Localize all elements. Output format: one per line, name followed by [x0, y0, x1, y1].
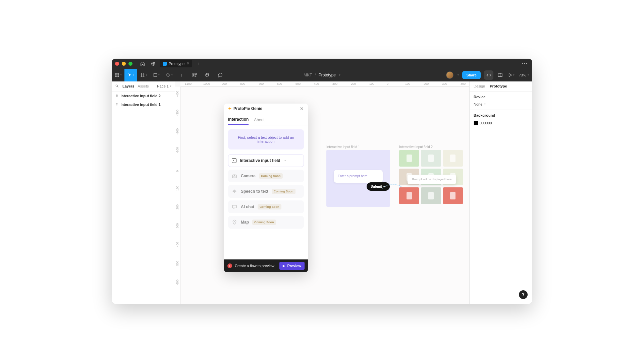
breadcrumb[interactable]: MKT / Prototype ▾ — [304, 73, 340, 77]
comment-tool-button[interactable] — [214, 69, 226, 81]
avatar-chevron-icon[interactable]: ▾ — [458, 74, 459, 76]
option-title: Camera — [241, 174, 256, 178]
svg-rect-6 — [193, 73, 194, 74]
close-window-button[interactable] — [115, 62, 119, 66]
submit-label: Submit — [371, 185, 382, 188]
background-color-control[interactable]: 000000 — [474, 121, 528, 125]
svg-point-12 — [234, 175, 235, 177]
svg-rect-4 — [117, 75, 119, 77]
preview-button[interactable]: ▶ Preview — [279, 262, 305, 270]
tab-design[interactable]: Design — [474, 84, 485, 88]
present-button[interactable]: ▾ — [507, 71, 516, 79]
chat-icon — [231, 204, 237, 210]
svg-point-9 — [116, 85, 118, 87]
zoom-value: 73% — [519, 73, 526, 77]
coming-soon-badge: Coming Soon — [258, 204, 281, 209]
svg-rect-7 — [195, 73, 196, 74]
user-avatar[interactable] — [446, 71, 453, 79]
preview-label: Preview — [287, 264, 301, 268]
option-map[interactable]: Map Coming Soon — [228, 216, 304, 229]
tab-about[interactable]: About — [254, 118, 264, 125]
svg-point-14 — [234, 221, 235, 222]
maximize-window-button[interactable] — [128, 62, 132, 66]
svg-rect-1 — [115, 73, 117, 74]
prompt-input[interactable]: Enter a prompt here — [334, 170, 383, 183]
frame-tool-button[interactable]: ▾ — [137, 69, 150, 81]
zoom-control[interactable]: 73%▾ — [519, 73, 529, 77]
toolbar: ▾ ▾ ▾ ▾ ▾ — [112, 69, 532, 81]
breadcrumb-separator: / — [315, 73, 316, 77]
share-button[interactable]: Share — [462, 71, 481, 79]
sparkle-icon: ✦ — [228, 106, 231, 111]
option-speech-to-text[interactable]: Speech to text Coming Soon — [228, 185, 304, 198]
speech-icon — [231, 188, 237, 194]
frame-interactive-input-2[interactable]: Prompt will be displayed here — [399, 150, 463, 207]
layers-tab[interactable]: Layers — [122, 84, 134, 88]
move-tool-button[interactable]: ▾ — [124, 69, 137, 81]
tab-prototype[interactable]: Prototype — [490, 84, 507, 88]
output-placeholder: Prompt will be displayed here — [412, 178, 452, 181]
minimize-window-button[interactable] — [122, 62, 126, 66]
device-select[interactable]: None ▾ — [474, 102, 528, 106]
flow-arrow — [382, 182, 402, 192]
option-interactive-input[interactable]: Interactive input field ▾ — [228, 154, 304, 167]
globe-icon[interactable] — [149, 60, 157, 68]
canvas-area[interactable]: -1100-1000-900-800-700-600-500-400-300-2… — [175, 81, 469, 304]
breadcrumb-file: Prototype — [319, 73, 336, 77]
svg-rect-13 — [232, 205, 236, 208]
layer-item[interactable]: # Interactive input field 1 — [112, 100, 175, 109]
resources-button[interactable] — [188, 69, 201, 81]
layer-item[interactable]: # Interactive input field 2 — [112, 92, 175, 100]
map-pin-icon — [231, 219, 237, 225]
coming-soon-badge: Coming Soon — [272, 189, 296, 194]
coming-soon-badge: Coming Soon — [252, 220, 276, 225]
frame-label-1[interactable]: Interactive input field 1 — [326, 145, 360, 149]
home-icon[interactable] — [139, 60, 147, 68]
close-tab-icon[interactable]: ✕ — [186, 61, 190, 66]
svg-rect-3 — [115, 75, 117, 77]
page-selector[interactable]: Page 1 ▾ — [157, 84, 171, 88]
prompt-placeholder: Enter a prompt here — [338, 174, 368, 178]
search-icon[interactable] — [115, 84, 119, 88]
file-tab[interactable]: Prototype ✕ — [160, 60, 192, 67]
hint-message: First, select a text object to add an in… — [228, 129, 304, 149]
horizontal-ruler: -1100-1000-900-800-700-600-500-400-300-2… — [180, 81, 469, 87]
frame-icon: # — [116, 103, 118, 107]
background-value: 000000 — [480, 121, 492, 125]
background-section-label: Background — [474, 113, 528, 117]
assets-tab[interactable]: Assets — [138, 84, 149, 88]
pen-tool-button[interactable]: ▾ — [163, 69, 175, 81]
layer-name: Interactive input field 2 — [120, 94, 161, 98]
svg-rect-11 — [232, 175, 236, 178]
option-camera[interactable]: Camera Coming Soon — [228, 170, 304, 182]
layer-name: Interactive input field 1 — [120, 103, 161, 107]
breadcrumb-project: MKT — [304, 73, 312, 77]
titlebar: Prototype ✕ + ··· — [112, 59, 532, 69]
frame-interactive-input-1[interactable]: Enter a prompt here Submit ➜ — [326, 150, 390, 207]
close-plugin-button[interactable]: ✕ — [300, 106, 304, 111]
help-button[interactable]: ? — [519, 290, 528, 299]
main-menu-button[interactable]: ▾ — [112, 69, 124, 81]
frame-icon: # — [116, 94, 118, 98]
shape-tool-button[interactable]: ▾ — [150, 69, 163, 81]
hand-tool-button[interactable] — [201, 69, 214, 81]
tab-interaction[interactable]: Interaction — [228, 117, 249, 125]
library-icon[interactable] — [497, 71, 503, 79]
svg-rect-5 — [154, 73, 157, 76]
more-menu-icon[interactable]: ··· — [522, 60, 529, 67]
option-ai-chat[interactable]: AI chat Coming Soon — [228, 200, 304, 213]
option-title: AI chat — [241, 204, 254, 209]
text-tool-button[interactable] — [175, 69, 188, 81]
chevron-down-icon: ▾ — [484, 103, 486, 106]
chevron-down-icon: ▾ — [284, 159, 286, 162]
option-title: Interactive input field — [240, 158, 280, 163]
new-tab-button[interactable]: + — [195, 61, 203, 66]
dev-mode-button[interactable] — [484, 70, 493, 80]
protopie-genie-panel: ✦ ProtoPie Genie ✕ Interaction About Fir… — [224, 104, 308, 272]
frame-label-2[interactable]: Interactive input field 2 — [399, 145, 433, 149]
option-title: Speech to text — [241, 189, 268, 194]
share-label: Share — [466, 73, 477, 77]
footer-message: Create a flow to preview — [235, 264, 274, 268]
device-value: None — [474, 102, 482, 106]
color-swatch[interactable] — [474, 121, 478, 125]
